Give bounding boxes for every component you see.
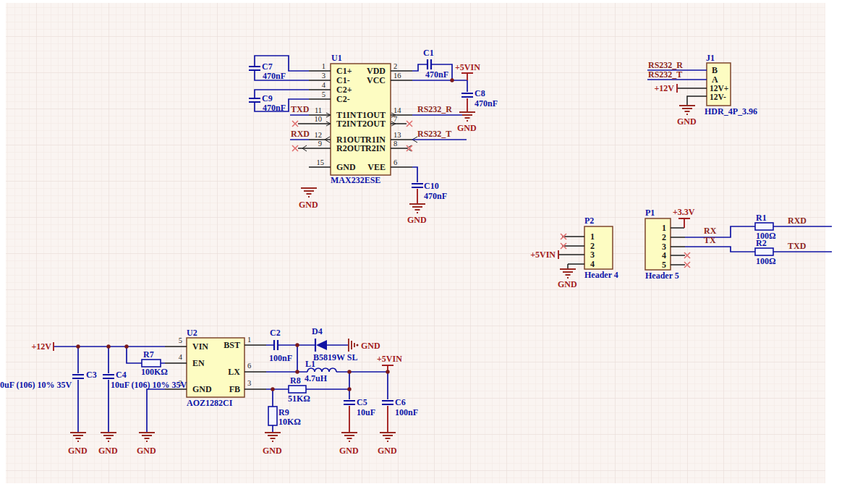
j1-designator: J1 xyxy=(706,53,715,63)
gnd-label: GND xyxy=(98,446,118,456)
r2-body xyxy=(755,248,773,255)
u1-pin-number: 16 xyxy=(393,72,401,80)
gnd-label: GND xyxy=(407,215,427,225)
net-label-rs232-t[interactable]: RS232_T xyxy=(417,129,451,139)
r2-value: 100Ω xyxy=(756,256,776,266)
u1-pin-number: 8 xyxy=(393,140,397,148)
u1-pin-name: VDD xyxy=(367,66,386,76)
p2-part-number: Header 4 xyxy=(584,270,618,280)
p2-body xyxy=(584,226,613,269)
j1-part-number: HDR_4P_3.96 xyxy=(705,106,757,116)
u1-pin-number: 11 xyxy=(315,106,322,114)
u2-pin-name: LX xyxy=(228,367,240,377)
r8-designator: R8 xyxy=(290,375,301,386)
junction-dot xyxy=(124,344,128,348)
u1-pin-name: R2IN xyxy=(365,143,386,153)
r7-designator: R7 xyxy=(143,349,154,360)
p2-pin-number: 3 xyxy=(590,250,595,260)
net-label-rs232-t-j1[interactable]: RS232_T xyxy=(648,69,682,80)
u1-pin-number: 4 xyxy=(322,81,326,89)
p1-pin-number: 1 xyxy=(662,223,666,233)
power-port-3v3[interactable]: +3.3V xyxy=(673,207,695,217)
junction-dot xyxy=(271,387,274,391)
u1-pin-name: T2IN xyxy=(336,119,357,129)
junction-dot xyxy=(295,370,299,373)
p1-part-number: Header 5 xyxy=(645,271,679,281)
gnd-label: GND xyxy=(299,200,318,210)
c4-designator: C4 xyxy=(116,370,127,380)
u1-pin-number: 12 xyxy=(315,131,323,139)
c8-designator: C8 xyxy=(475,88,485,98)
c3-value: 0uF (106) 10% 35V xyxy=(0,380,72,390)
c8-value: 470nF xyxy=(475,98,498,109)
net-label-txd-r2[interactable]: TXD xyxy=(788,241,807,251)
u2-part-number: AOZ1282CI xyxy=(187,398,233,408)
u2-pin-name: GND xyxy=(192,384,212,394)
gnd-label: GND xyxy=(137,446,156,456)
u2-pin-number: 5 xyxy=(179,336,182,344)
u1-pin-name: R2OUT xyxy=(336,143,366,153)
power-port-5vin[interactable]: +5VIN xyxy=(455,62,480,72)
u2-pin-name: EN xyxy=(192,358,205,368)
c9-value: 470nF xyxy=(263,103,286,113)
junction-dot xyxy=(76,344,80,348)
junction-dot xyxy=(295,343,299,347)
p2-designator: P2 xyxy=(584,216,594,226)
schematic-editor-canvas: U1 MAX232ESE C1+ C1- C2+ C2- T1IN T2IN R… xyxy=(0,0,868,497)
l1-value: 4.7uH xyxy=(305,373,328,383)
j1-pin-name: 12V- xyxy=(710,93,726,101)
u1-pin-name: VEE xyxy=(367,162,386,172)
c5-designator: C5 xyxy=(357,397,367,407)
u1-designator: U1 xyxy=(331,53,342,63)
c10-value: 470nF xyxy=(424,191,447,201)
gnd-label: GND xyxy=(677,116,697,127)
power-port-5vin-p2[interactable]: +5VIN xyxy=(530,250,556,260)
u1-pin-name: T2OUT xyxy=(357,119,386,129)
u1-pin-number: 9 xyxy=(318,140,322,148)
r9-value: 10KΩ xyxy=(278,417,301,427)
u1-pin-number: 6 xyxy=(393,158,397,166)
u2-pin-number: 6 xyxy=(247,362,251,370)
u1-pin-number: 15 xyxy=(317,158,325,166)
junction-dot xyxy=(347,387,351,391)
gnd-label: GND xyxy=(457,123,477,133)
c5-value: 10uF xyxy=(357,407,375,417)
c7-designator: C7 xyxy=(262,61,273,72)
p1-pin-number: 5 xyxy=(662,260,666,270)
r9-designator: R9 xyxy=(278,407,289,417)
c6-designator: C6 xyxy=(395,397,406,407)
junction-dot xyxy=(450,78,454,82)
power-port-12v-j1[interactable]: +12V xyxy=(654,83,674,93)
net-label-rs232-r[interactable]: RS232_R xyxy=(417,104,452,114)
u1-pin-number: 3 xyxy=(322,72,326,80)
u1-pin-name: C1- xyxy=(336,75,350,85)
net-label-tx[interactable]: TX xyxy=(704,235,716,245)
net-label-rs232-r-j1[interactable]: RS232_R xyxy=(648,60,683,70)
schematic-sheet: U1 MAX232ESE C1+ C1- C2+ C2- T1IN T2IN R… xyxy=(0,0,868,497)
r8-body xyxy=(289,386,306,393)
c2-value: 100nF xyxy=(269,353,292,363)
u1-pin-number: 10 xyxy=(315,115,323,123)
u1-pin-number: 14 xyxy=(393,106,401,114)
u1-pin-number: 2 xyxy=(393,62,397,70)
gnd-label: GND xyxy=(263,446,282,456)
net-label-txd[interactable]: TXD xyxy=(291,104,310,114)
net-label-rxd-r1[interactable]: RXD xyxy=(788,216,807,226)
junction-dot xyxy=(106,344,110,348)
r7-body xyxy=(142,360,161,367)
r1-body xyxy=(755,223,773,230)
p1-designator: P1 xyxy=(645,208,655,218)
u2-pin-name: BST xyxy=(224,340,240,350)
u2-pin-number: 3 xyxy=(247,379,251,387)
power-port-12v-u2[interactable]: +12V xyxy=(31,341,51,352)
p1-body xyxy=(645,218,671,270)
power-port-5vin-u2[interactable]: +5VIN xyxy=(377,354,402,364)
c9-designator: C9 xyxy=(262,93,273,103)
c1-designator: C1 xyxy=(423,48,434,58)
c1-value: 470nF xyxy=(425,69,448,80)
net-label-rxd[interactable]: RXD xyxy=(291,129,310,139)
p1-pin-number: 4 xyxy=(662,250,666,260)
d4-value: B5819W SL xyxy=(313,352,357,362)
j1-pin-name: B xyxy=(712,65,718,75)
net-label-rx[interactable]: RX xyxy=(704,226,717,236)
